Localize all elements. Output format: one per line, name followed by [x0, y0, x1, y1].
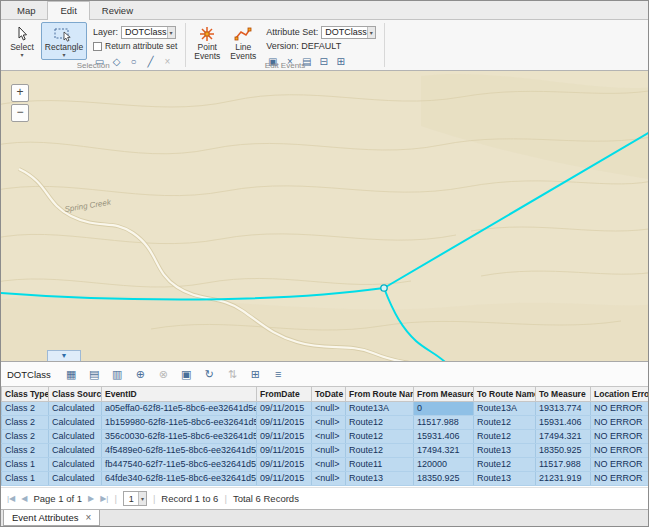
table-cell[interactable]: Class 2	[2, 416, 49, 430]
save-icon[interactable]: ▣	[180, 368, 193, 381]
table-cell[interactable]: Class 2	[2, 430, 49, 444]
table-cell[interactable]: <null>	[312, 444, 346, 458]
table-cell[interactable]: Calculated	[49, 472, 102, 486]
table-cell[interactable]: 09/11/2015	[257, 402, 312, 416]
column-header-eventid[interactable]: EventID	[102, 387, 257, 402]
table-row[interactable]: Class 2Calculated356c0030-62f8-11e5-8bc6…	[2, 430, 649, 444]
table-cell[interactable]: Route12	[474, 430, 536, 444]
column-header-fromdate[interactable]: FromDate	[257, 387, 312, 402]
table-cell[interactable]: NO ERROR	[591, 472, 649, 486]
table-cell[interactable]: 18350.925	[536, 444, 591, 458]
table-row[interactable]: Class 1Calculatedfb447540-62f7-11e5-8bc6…	[2, 458, 649, 472]
table-cell[interactable]: Route12	[474, 458, 536, 472]
column-header-from-route-name[interactable]: From Route Name	[346, 387, 414, 402]
table-cell[interactable]: 64fde340-62f8-11e5-8bc6-ee32641d5ec9	[102, 472, 257, 486]
table-cell[interactable]: NO ERROR	[591, 416, 649, 430]
next-page-button[interactable]: ▶	[88, 494, 94, 503]
tab-review[interactable]: Review	[90, 3, 145, 19]
table-row[interactable]: Class 2Calculateda05effa0-62f8-11e5-8bc6…	[2, 402, 649, 416]
line-events-button[interactable]: Line Events	[226, 22, 260, 62]
table-cell[interactable]: 1b159980-62f8-11e5-8bc6-ee32641d5ec9	[102, 416, 257, 430]
column-header-location-error[interactable]: Location Error	[591, 387, 649, 402]
sort-icon[interactable]: ⇅	[226, 368, 239, 381]
add-record-icon[interactable]: ⊞	[249, 368, 262, 381]
table-cell[interactable]: Route12	[346, 430, 414, 444]
zoom-to-selected-icon[interactable]: ⊕	[134, 368, 147, 381]
table-cell[interactable]: 09/11/2015	[257, 458, 312, 472]
select-button[interactable]: Select ▾	[5, 22, 39, 60]
table-cell[interactable]: fb447540-62f7-11e5-8bc6-ee32641d5ec9	[102, 458, 257, 472]
table-cell[interactable]: Route11	[346, 458, 414, 472]
collapse-panel-button[interactable]: ▼	[47, 350, 81, 361]
table-cell[interactable]: Calculated	[49, 430, 102, 444]
table-cell[interactable]: 120000	[414, 458, 474, 472]
field-settings-icon[interactable]: ≡	[272, 368, 285, 381]
table-cell[interactable]: Route13	[474, 444, 536, 458]
table-cell[interactable]: NO ERROR	[591, 458, 649, 472]
table-cell[interactable]: 18350.925	[414, 472, 474, 486]
options-menu-icon[interactable]: ▦	[65, 368, 78, 381]
table-cell[interactable]: 15931.406	[414, 430, 474, 444]
attribute-set-dropdown[interactable]: DOTClass ▾	[321, 26, 376, 39]
table-cell[interactable]: Route13A	[346, 402, 414, 416]
table-cell[interactable]: 11517.988	[536, 458, 591, 472]
table-cell[interactable]: Calculated	[49, 402, 102, 416]
rectangle-button[interactable]: Rectangle ▾	[41, 22, 87, 60]
table-cell[interactable]: 15931.406	[536, 416, 591, 430]
column-header-class-type[interactable]: Class Type	[2, 387, 49, 402]
table-cell[interactable]: <null>	[312, 458, 346, 472]
table-cell[interactable]: 21231.919	[536, 472, 591, 486]
form-view-icon[interactable]: ▤	[88, 368, 101, 381]
prev-page-button[interactable]: ◀	[21, 494, 27, 503]
table-cell[interactable]: Route12	[474, 416, 536, 430]
table-cell[interactable]: Class 1	[2, 458, 49, 472]
first-page-button[interactable]: |◀	[7, 494, 15, 503]
table-cell[interactable]: 17494.321	[536, 430, 591, 444]
table-cell[interactable]: <null>	[312, 416, 346, 430]
table-cell[interactable]: Class 2	[2, 402, 49, 416]
table-cell[interactable]: NO ERROR	[591, 402, 649, 416]
table-cell[interactable]: <null>	[312, 430, 346, 444]
refresh-icon[interactable]: ↻	[203, 368, 216, 381]
tab-map[interactable]: Map	[5, 3, 47, 19]
table-cell[interactable]: Calculated	[49, 458, 102, 472]
table-cell[interactable]: 09/11/2015	[257, 472, 312, 486]
table-cell[interactable]: Route13A	[474, 402, 536, 416]
close-tab-icon[interactable]: ×	[86, 513, 92, 523]
column-header-to-measure[interactable]: To Measure	[536, 387, 591, 402]
table-cell[interactable]: NO ERROR	[591, 444, 649, 458]
related-records-icon[interactable]: ▥	[111, 368, 124, 381]
table-cell[interactable]: 356c0030-62f8-11e5-8bc6-ee32641d5ec9	[102, 430, 257, 444]
table-cell[interactable]: Calculated	[49, 416, 102, 430]
page-select-dropdown[interactable]: 1 ▾	[123, 491, 147, 506]
column-header-class-source[interactable]: Class Source	[49, 387, 102, 402]
table-cell[interactable]: 09/11/2015	[257, 444, 312, 458]
table-cell[interactable]: Route13	[346, 472, 414, 486]
map-viewport[interactable]: Spring Creek + − ▼	[1, 71, 649, 361]
layer-dropdown[interactable]: DOTClass ▾	[121, 26, 176, 39]
table-row[interactable]: Class 2Calculated4f5489e0-62f8-11e5-8bc6…	[2, 444, 649, 458]
table-cell[interactable]: Class 1	[2, 472, 49, 486]
table-cell[interactable]: Route12	[346, 444, 414, 458]
table-cell[interactable]: <null>	[312, 472, 346, 486]
zoom-out-button[interactable]: −	[11, 104, 29, 122]
clear-selection-icon[interactable]: ⊗	[157, 368, 170, 381]
table-cell[interactable]: Calculated	[49, 444, 102, 458]
tab-edit[interactable]: Edit	[47, 1, 89, 20]
table-row[interactable]: Class 2Calculated1b159980-62f8-11e5-8bc6…	[2, 416, 649, 430]
table-cell[interactable]: a05effa0-62f8-11e5-8bc6-ee32641d5ec9	[102, 402, 257, 416]
table-cell[interactable]: <null>	[312, 402, 346, 416]
zoom-in-button[interactable]: +	[11, 84, 29, 102]
table-cell[interactable]: 09/11/2015	[257, 416, 312, 430]
table-cell[interactable]: 17494.321	[414, 444, 474, 458]
column-header-to-route-name[interactable]: To Route Name	[474, 387, 536, 402]
table-cell[interactable]: Class 2	[2, 444, 49, 458]
table-cell[interactable]: 19313.774	[536, 402, 591, 416]
table-cell[interactable]: NO ERROR	[591, 430, 649, 444]
last-page-button[interactable]: ▶|	[100, 494, 108, 503]
return-attribute-set-checkbox[interactable]	[93, 42, 102, 51]
table-cell[interactable]: 11517.988	[414, 416, 474, 430]
table-cell[interactable]: 09/11/2015	[257, 430, 312, 444]
table-cell[interactable]: Route12	[346, 416, 414, 430]
point-events-button[interactable]: Point Events	[190, 22, 224, 62]
